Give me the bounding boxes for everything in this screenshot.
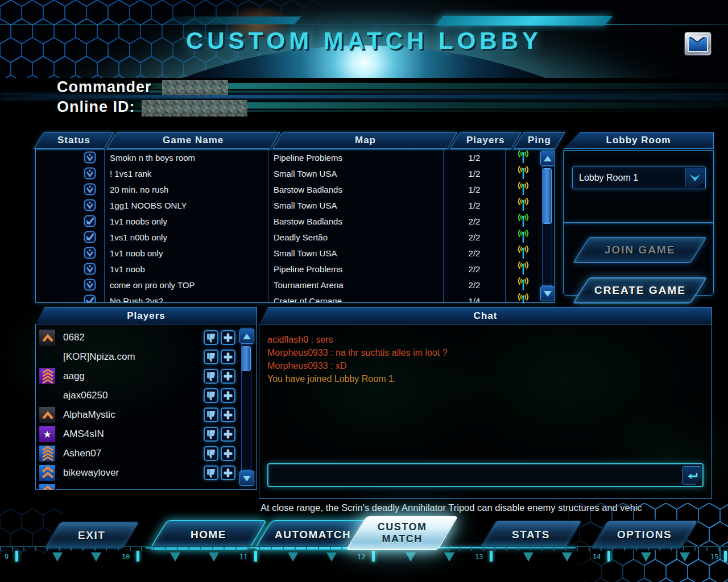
rank-icon — [39, 329, 56, 346]
rank-icon — [39, 406, 56, 423]
game-players-count: 1/2 — [444, 149, 506, 165]
ruler-label: 9 — [5, 553, 9, 561]
player-row[interactable]: AlphaMystic — [39, 405, 235, 425]
scroll-down-button[interactable] — [540, 286, 555, 301]
table-row[interactable]: 1v1 noob Pipeline Problems 2/2 — [36, 261, 554, 277]
dropdown-button[interactable] — [685, 168, 705, 188]
ping-icon — [517, 245, 530, 261]
lobby-room-body: Lobby Room 1 JOIN GAME CREATE GAME — [563, 150, 714, 296]
scrollbar-thumb[interactable] — [242, 346, 251, 371]
nav-custom-match-button[interactable]: CUSTOM MATCH — [346, 516, 458, 550]
ruler-triangle — [406, 552, 416, 562]
scroll-up-button[interactable] — [239, 329, 254, 344]
chat-input[interactable] — [268, 464, 682, 486]
ruler-label: 13 — [475, 553, 483, 561]
thumbs-down-button[interactable] — [204, 465, 218, 480]
player-row[interactable]: aagg — [39, 367, 235, 386]
chat-message: acidflash0 : sers — [267, 333, 704, 346]
game-players-count: 1/2 — [444, 165, 506, 181]
message-button[interactable] — [684, 32, 712, 56]
thumbs-down-button[interactable] — [204, 350, 218, 364]
table-row[interactable]: No Rush 2vs2 Crater of Carnage 1/4 — [36, 293, 554, 303]
thumbs-down-button[interactable] — [204, 388, 218, 403]
player-row[interactable] — [39, 483, 235, 490]
player-row[interactable]: ★ AMS4sIN — [39, 425, 235, 444]
envelope-icon — [688, 36, 708, 52]
arrow-up-icon — [243, 334, 251, 339]
add-friend-button[interactable] — [221, 408, 235, 422]
player-row[interactable]: Ashen07 — [39, 444, 235, 463]
nav-options-button[interactable]: OPTIONS — [589, 520, 699, 550]
send-message-button[interactable] — [682, 466, 701, 485]
game-name: 1gg1 NOOBS ONLY — [105, 197, 268, 213]
ruler-marker — [372, 551, 375, 562]
table-row[interactable]: 1vs1 n00b only Deadly Sertão 2/2 — [36, 229, 554, 245]
create-game-button[interactable]: CREATE GAME — [573, 277, 708, 304]
table-row[interactable]: come on pro only TOP Tournament Arena 2/… — [36, 277, 554, 293]
ruler-triangle — [523, 552, 533, 562]
players-panel: Players 0682 [KOR]Npiza.com aag — [35, 307, 257, 490]
player-row[interactable]: bikewaylover — [39, 463, 235, 483]
table-row[interactable]: ! 1vs1 rank Small Town USA 1/2 — [36, 165, 554, 181]
add-friend-button[interactable] — [221, 350, 235, 364]
ping-icon — [517, 293, 530, 304]
add-friend-button[interactable] — [221, 369, 235, 384]
game-players-count: 1/4 — [444, 293, 506, 303]
ruler-triangle — [91, 552, 101, 562]
add-friend-button[interactable] — [221, 427, 235, 442]
thumbs-down-button[interactable] — [204, 446, 218, 461]
thumbs-down-button[interactable] — [204, 330, 218, 345]
ping-icon — [517, 149, 530, 166]
ruler-triangle — [641, 552, 651, 562]
game-map: Small Town USA — [268, 165, 444, 181]
game-list-table: Status Game Name Map Players Ping Smokn … — [35, 132, 555, 303]
player-row[interactable]: ajax06250 — [39, 386, 235, 405]
page-title: CUSTOM MATCH LOBBY — [0, 27, 728, 55]
ruler-triangle — [562, 552, 572, 562]
nav-stats-button[interactable]: STATS — [478, 520, 583, 550]
chat-header: Chat — [259, 307, 712, 325]
table-row[interactable]: 1v1 noobs only Barstow Badlands 2/2 — [36, 213, 554, 229]
scroll-down-button[interactable] — [239, 471, 254, 486]
add-friend-button[interactable] — [221, 465, 235, 480]
table-row[interactable]: 1v1 noob only Small Town USA 2/2 — [36, 245, 554, 261]
scroll-up-button[interactable] — [540, 151, 555, 166]
add-friend-button[interactable] — [221, 330, 235, 345]
table-row[interactable]: Smokn n th boys room Pipeline Problems 1… — [36, 149, 554, 165]
table-row[interactable]: 20 min. no rush Barstow Badlands 1/2 — [36, 181, 554, 197]
thumbs-down-button[interactable] — [204, 427, 218, 442]
game-status-icon — [84, 183, 96, 196]
table-row[interactable]: 1gg1 NOOBS ONLY Small Town USA 1/2 — [36, 197, 554, 213]
nav-home-button[interactable]: HOME — [149, 520, 267, 550]
game-name: Smokn n th boys room — [105, 149, 268, 165]
game-name: 1v1 noob — [105, 261, 268, 277]
lobby-room-header: Lobby Room — [563, 132, 714, 149]
game-status-icon — [84, 199, 96, 211]
online-id-redacted — [142, 100, 247, 117]
chat-messages: acidflash0 : sers Morpheus0933 : na ihr … — [267, 333, 704, 385]
ruler-label: 12 — [357, 553, 365, 561]
rank-icon — [39, 368, 56, 385]
player-row[interactable]: [KOR]Npiza.com — [39, 347, 235, 367]
ruler-triangle — [170, 552, 180, 562]
add-friend-button[interactable] — [221, 446, 235, 461]
add-friend-button[interactable] — [221, 388, 235, 403]
ruler-label: 14 — [593, 553, 601, 561]
game-status-icon — [84, 167, 96, 180]
commander-name-redacted — [162, 80, 228, 95]
online-id-label: Online ID: — [57, 98, 135, 116]
arrow-down-icon — [243, 476, 251, 481]
player-row[interactable]: 0682 — [39, 328, 235, 347]
ruler-triangle — [326, 552, 337, 562]
thumbs-down-button[interactable] — [204, 408, 218, 422]
ruler-marker — [607, 551, 610, 562]
nav-exit-button[interactable]: EXIT — [43, 521, 140, 550]
game-status-icon — [84, 215, 96, 227]
thumbs-down-button[interactable] — [204, 369, 218, 384]
scrollbar-thumb[interactable] — [543, 168, 552, 224]
lobby-room-select[interactable]: Lobby Room 1 — [572, 167, 706, 189]
player-name: aagg — [63, 371, 201, 382]
chevron-down-icon — [688, 172, 702, 184]
column-header-map: Map — [272, 132, 458, 149]
join-game-button[interactable]: JOIN GAME — [573, 237, 708, 263]
